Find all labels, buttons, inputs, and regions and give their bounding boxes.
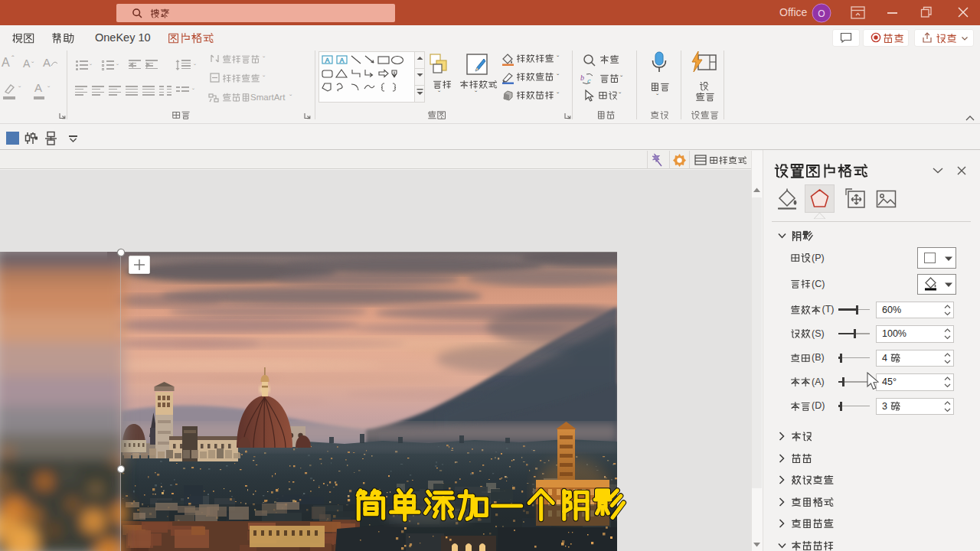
svg-text:O: O xyxy=(818,8,825,19)
svg-text:b: b xyxy=(580,73,584,82)
svg-text:A: A xyxy=(325,57,329,64)
svg-text:A: A xyxy=(339,57,344,64)
